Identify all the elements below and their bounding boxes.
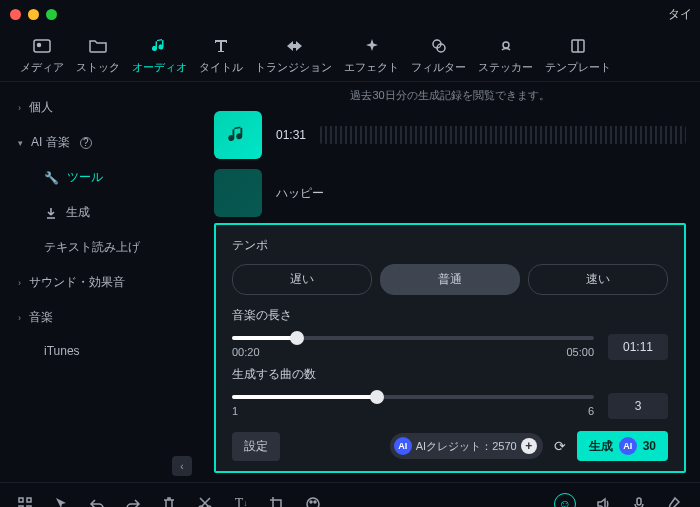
mic-icon[interactable] (630, 495, 648, 508)
download-icon (44, 206, 58, 220)
chevron-right-icon: › (18, 313, 21, 323)
filter-icon (429, 36, 449, 56)
sidebar-item-itunes[interactable]: iTunes (0, 335, 200, 367)
svg-point-14 (310, 501, 312, 503)
credit-pill: AI AIクレジット：2570 + (390, 433, 543, 459)
svg-rect-0 (34, 40, 50, 52)
window-title: タイ (668, 6, 692, 23)
sidebar-item-generate[interactable]: 生成 (0, 195, 200, 230)
length-slider[interactable]: 00:2005:00 (232, 336, 594, 358)
tempo-label: テンポ (232, 237, 668, 254)
hint-text: 過去30日分の生成記録を閲覧できます。 (214, 88, 686, 103)
undo-icon[interactable] (88, 495, 106, 508)
tempo-fast-button[interactable]: 速い (528, 264, 668, 295)
ai-icon: AI (619, 437, 637, 455)
template-icon (568, 36, 588, 56)
marker-icon[interactable] (666, 495, 684, 508)
collapse-sidebar-button[interactable]: ‹ (172, 456, 192, 476)
maximize-icon[interactable] (46, 9, 57, 20)
redo-icon[interactable] (124, 495, 142, 508)
minimize-icon[interactable] (28, 9, 39, 20)
folder-icon (88, 36, 108, 56)
tab-effect[interactable]: エフェクト (338, 36, 405, 75)
text-icon (211, 36, 231, 56)
music-icon (150, 36, 170, 56)
trash-icon[interactable] (160, 495, 178, 508)
length-label: 音楽の長さ (232, 307, 668, 324)
sidebar-item-ai-music[interactable]: ▾AI 音楽 ? (0, 125, 200, 160)
assistant-icon[interactable]: ☺ (554, 493, 576, 508)
svg-rect-16 (637, 498, 641, 505)
svg-rect-8 (27, 498, 31, 502)
generate-button[interactable]: 生成 AI 30 (577, 431, 668, 461)
ai-music-panel: テンポ 遅い 普通 速い 音楽の長さ 00:2005:00 01:11 生成する… (214, 223, 686, 473)
refresh-button[interactable]: ⟳ (549, 435, 571, 457)
sidebar-item-music[interactable]: ›音楽 (0, 300, 200, 335)
tab-audio[interactable]: オーディオ (126, 36, 193, 75)
sidebar-item-tool[interactable]: 🔧ツール (0, 160, 200, 195)
grid-icon[interactable] (16, 495, 34, 508)
tab-template[interactable]: テンプレート (539, 36, 617, 75)
transition-icon (284, 36, 304, 56)
cut-icon[interactable] (196, 495, 214, 508)
palette-icon[interactable] (304, 495, 322, 508)
chevron-right-icon: › (18, 103, 21, 113)
sidebar-item-personal[interactable]: ›個人 (0, 90, 200, 125)
svg-point-1 (38, 44, 41, 47)
count-label: 生成する曲の数 (232, 366, 668, 383)
length-value: 01:11 (608, 334, 668, 360)
clip-thumb (214, 111, 262, 159)
media-icon (32, 36, 52, 56)
settings-button[interactable]: 設定 (232, 432, 280, 461)
svg-rect-7 (19, 498, 23, 502)
speaker-icon[interactable] (594, 495, 612, 508)
clip-row[interactable]: 01:31 (214, 111, 686, 159)
tab-transition[interactable]: トランジション (249, 36, 338, 75)
tab-media[interactable]: メディア (14, 36, 70, 75)
chevron-down-icon: ▾ (18, 138, 23, 148)
sidebar-item-sfx[interactable]: ›サウンド・効果音 (0, 265, 200, 300)
tempo-normal-button[interactable]: 普通 (380, 264, 520, 295)
tempo-slow-button[interactable]: 遅い (232, 264, 372, 295)
cursor-icon[interactable] (52, 495, 70, 508)
sticker-icon (496, 36, 516, 56)
tab-filter[interactable]: フィルター (405, 36, 472, 75)
waveform (320, 126, 686, 144)
ai-icon: AI (394, 437, 412, 455)
sidebar-item-tts[interactable]: テキスト読み上げ (0, 230, 200, 265)
tab-sticker[interactable]: ステッカー (472, 36, 539, 75)
svg-point-13 (307, 498, 319, 508)
tab-stock[interactable]: ストック (70, 36, 126, 75)
count-slider[interactable]: 16 (232, 395, 594, 417)
sparkle-icon (362, 36, 382, 56)
sidebar: ›個人 ▾AI 音楽 ? 🔧ツール 生成 テキスト読み上げ ›サウンド・効果音 … (0, 82, 200, 482)
chevron-right-icon: › (18, 278, 21, 288)
crop-icon[interactable] (268, 495, 286, 508)
bottom-toolbar: T↓ ☺ (0, 482, 700, 507)
tab-title[interactable]: タイトル (193, 36, 249, 75)
clip-thumb (214, 169, 262, 217)
svg-point-4 (503, 42, 509, 48)
close-icon[interactable] (10, 9, 21, 20)
text-tool-icon[interactable]: T↓ (232, 495, 250, 508)
clip-duration: 01:31 (276, 128, 306, 142)
help-icon[interactable]: ? (80, 137, 92, 149)
add-credit-button[interactable]: + (521, 438, 537, 454)
wrench-icon: 🔧 (44, 171, 59, 185)
top-tabs: メディア ストック オーディオ タイトル トランジション エフェクト フィルター… (0, 28, 700, 82)
clip-label: ハッピー (276, 185, 324, 202)
svg-point-15 (314, 501, 316, 503)
count-value: 3 (608, 393, 668, 419)
